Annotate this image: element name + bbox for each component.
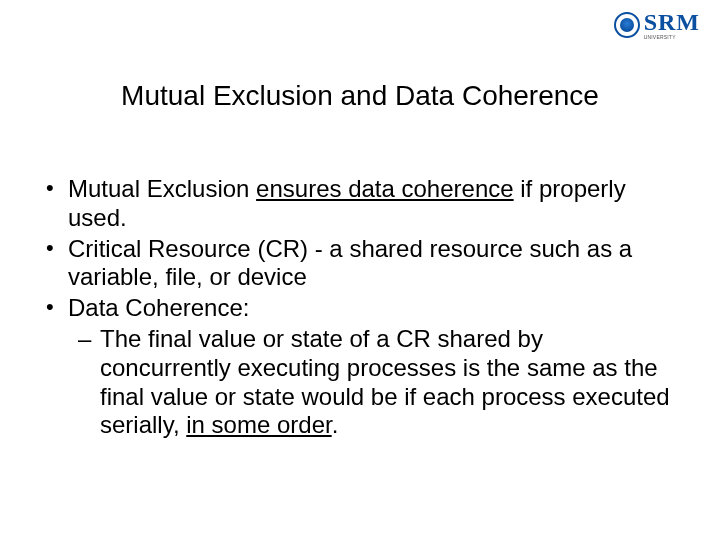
- logo-subtitle: UNIVERSITY: [644, 35, 700, 40]
- bullet-list: Mutual Exclusion ensures data coherence …: [40, 175, 680, 440]
- bullet-text-underlined: ensures data coherence: [256, 175, 514, 202]
- bullet-text-pre: Mutual Exclusion: [68, 175, 256, 202]
- sub-bullet-item: The final value or state of a CR shared …: [68, 325, 680, 440]
- sub-bullet-text-underlined: in some order: [186, 411, 331, 438]
- bullet-item: Mutual Exclusion ensures data coherence …: [40, 175, 680, 233]
- slide-title: Mutual Exclusion and Data Coherence: [0, 80, 720, 112]
- bullet-item: Critical Resource (CR) - a shared resour…: [40, 235, 680, 293]
- logo: SRM UNIVERSITY: [614, 10, 700, 40]
- sub-bullet-list: The final value or state of a CR shared …: [68, 325, 680, 440]
- logo-emblem-icon: [614, 12, 640, 38]
- sub-bullet-text-post: .: [332, 411, 339, 438]
- bullet-item: Data Coherence: The final value or state…: [40, 294, 680, 440]
- logo-emblem-inner: [620, 18, 634, 32]
- slide: SRM UNIVERSITY Mutual Exclusion and Data…: [0, 0, 720, 540]
- bullet-text: Data Coherence:: [68, 294, 249, 321]
- slide-body: Mutual Exclusion ensures data coherence …: [40, 175, 680, 442]
- bullet-text: Critical Resource (CR) - a shared resour…: [68, 235, 632, 291]
- logo-name: SRM: [644, 10, 700, 34]
- logo-text-block: SRM UNIVERSITY: [644, 10, 700, 40]
